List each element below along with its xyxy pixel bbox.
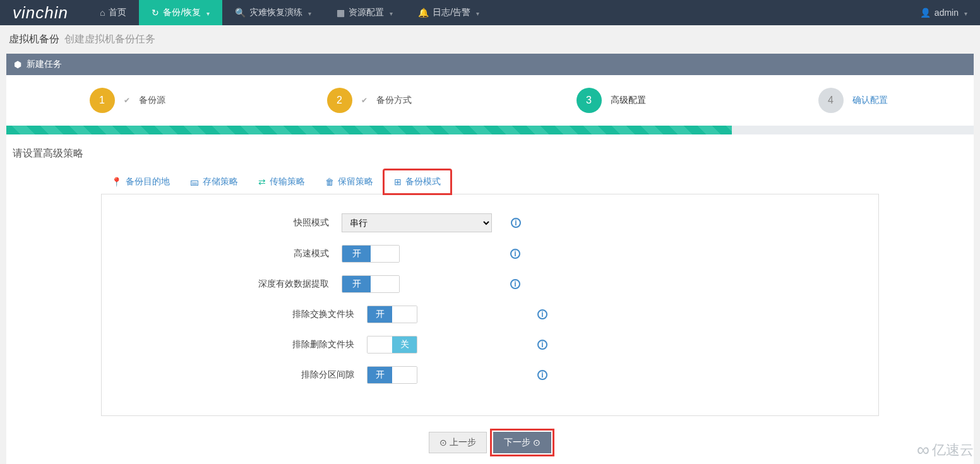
next-label: 下一步 [504, 437, 530, 448]
user-icon: 👤 [920, 8, 931, 18]
info-icon[interactable] [510, 279, 520, 289]
prev-button[interactable]: ⊙ 上一步 [429, 432, 487, 453]
partition-label: 排除分区间隙 [108, 369, 367, 381]
swap-label: 排除交换文件块 [108, 309, 367, 320]
tab-mode[interactable]: ⊞ 备份模式 [383, 169, 451, 194]
toggle-on-label [368, 336, 392, 353]
chevron-down-icon [205, 8, 210, 18]
tab-storage-label: 存储策略 [203, 176, 238, 187]
toggle-on-label: 开 [368, 367, 392, 383]
row-speed: 高速模式 开 [108, 245, 872, 263]
nav-backup-label: 备份/恢复 [163, 7, 201, 18]
row-partition: 排除分区间隙 开 [108, 366, 872, 384]
brand-logo: vinchin [0, 3, 87, 23]
nav-items: ⌂ 首页 ↻ 备份/恢复 🔍 灾难恢复演练 ▦ 资源配置 🔔 日志/告警 [87, 0, 492, 25]
nav-drill[interactable]: 🔍 灾难恢复演练 [222, 0, 324, 25]
nav-home[interactable]: ⌂ 首页 [87, 0, 139, 25]
transfer-icon: ⇄ [258, 177, 266, 187]
grid-icon: ⊞ [394, 177, 402, 187]
info-icon[interactable] [537, 340, 547, 350]
wizard-actions: ⊙ 上一步 下一步 ⊙ [6, 416, 974, 456]
info-icon[interactable] [537, 309, 547, 319]
step-1-num: 1 [90, 88, 115, 113]
tab-destination[interactable]: 📍 备份目的地 [101, 169, 180, 194]
tab-storage[interactable]: 🖴 存储策略 [180, 169, 248, 194]
arrow-right-icon: ⊙ [533, 437, 541, 448]
toggle-off-label [392, 367, 417, 383]
nav-resource-label: 资源配置 [349, 7, 384, 18]
toggle-off-label: 关 [392, 336, 417, 353]
step-1[interactable]: 1 ✔ 备份源 [6, 88, 248, 113]
row-deep: 深度有效数据提取 开 [108, 275, 872, 293]
watermark-text: 亿速云 [932, 441, 974, 460]
nav-drill-label: 灾难恢复演练 [249, 7, 302, 18]
arrow-left-icon: ⊙ [439, 437, 447, 448]
check-icon: ✔ [361, 96, 368, 105]
refresh-icon: ↻ [152, 8, 159, 18]
row-swap: 排除交换文件块 开 [108, 306, 872, 323]
nav-log[interactable]: 🔔 日志/告警 [405, 0, 492, 25]
toggle-on-label: 开 [342, 246, 371, 262]
step-4-num: 4 [818, 88, 844, 113]
info-icon[interactable] [510, 249, 520, 259]
cube-icon: ⬢ [14, 59, 21, 69]
tab-retain[interactable]: 🗑 保留策略 [315, 169, 383, 194]
chevron-down-icon [962, 8, 967, 18]
tabs-area: 📍 备份目的地 🖴 存储策略 ⇄ 传输策略 🗑 保留策略 ⊞ 备份模式 [6, 169, 974, 416]
chevron-down-icon [474, 8, 479, 18]
step-4[interactable]: 4 确认配置 [732, 88, 974, 113]
progress-rest [732, 126, 974, 134]
chevron-down-icon [388, 8, 393, 18]
tab-content: 快照模式 串行 高速模式 开 深度有效数据提取 [101, 194, 879, 416]
step-2[interactable]: 2 ✔ 备份方式 [248, 88, 490, 113]
nav-resource[interactable]: ▦ 资源配置 [324, 0, 405, 25]
snapshot-select[interactable]: 串行 [342, 213, 492, 232]
tab-mode-label: 备份模式 [405, 176, 441, 187]
toggle-off-label [371, 276, 399, 292]
tab-transfer[interactable]: ⇄ 传输策略 [248, 169, 315, 194]
info-icon[interactable] [537, 370, 547, 380]
toggle-on-label: 开 [368, 306, 392, 323]
nav-home-label: 首页 [109, 7, 126, 18]
partition-toggle[interactable]: 开 [367, 366, 417, 384]
row-deleted: 排除删除文件块 关 [108, 336, 872, 354]
top-navbar: vinchin ⌂ 首页 ↻ 备份/恢复 🔍 灾难恢复演练 ▦ 资源配置 🔔 日… [0, 0, 980, 25]
breadcrumb: 虚拟机备份 创建虚拟机备份任务 [0, 25, 980, 54]
toggle-off-label [392, 306, 417, 323]
step-4-label: 确认配置 [852, 95, 888, 106]
watermark: 亿速云 [917, 440, 974, 460]
pin-icon: 📍 [111, 177, 122, 187]
speed-toggle[interactable]: 开 [342, 245, 400, 263]
next-button[interactable]: 下一步 ⊙ [493, 432, 551, 453]
info-icon[interactable] [511, 218, 521, 228]
panel-title: 新建任务 [27, 59, 62, 70]
tab-destination-label: 备份目的地 [126, 176, 170, 187]
user-name: admin [935, 8, 959, 18]
chevron-down-icon [306, 8, 311, 18]
breadcrumb-sub: 创建虚拟机备份任务 [64, 33, 155, 44]
step-3-num: 3 [577, 88, 602, 113]
step-1-label: 备份源 [139, 95, 165, 106]
search-icon: 🔍 [235, 8, 246, 18]
policy-tabs: 📍 备份目的地 🖴 存储策略 ⇄ 传输策略 🗑 保留策略 ⊞ 备份模式 [101, 169, 879, 194]
deleted-toggle[interactable]: 关 [367, 336, 417, 354]
nav-backup[interactable]: ↻ 备份/恢复 [139, 0, 222, 25]
section-prompt: 请设置高级策略 [6, 147, 974, 169]
row-snapshot: 快照模式 串行 [108, 213, 872, 232]
wizard-steps: 1 ✔ 备份源 2 ✔ 备份方式 3 高级配置 4 确认配置 [6, 75, 974, 126]
user-menu[interactable]: 👤 admin [907, 8, 980, 18]
step-2-label: 备份方式 [376, 95, 412, 106]
panel-header: ⬢ 新建任务 [6, 54, 974, 75]
deleted-label: 排除删除文件块 [108, 339, 367, 350]
check-icon: ✔ [124, 96, 130, 105]
step-2-num: 2 [327, 88, 352, 113]
toggle-off-label [371, 246, 399, 262]
tab-transfer-label: 传输策略 [270, 176, 305, 187]
progress-fill [6, 126, 732, 134]
step-3[interactable]: 3 高级配置 [490, 88, 732, 113]
speed-label: 高速模式 [108, 248, 342, 259]
step-3-label: 高级配置 [611, 95, 646, 106]
swap-toggle[interactable]: 开 [367, 306, 417, 323]
deep-toggle[interactable]: 开 [342, 275, 400, 293]
grid-icon: ▦ [337, 8, 345, 18]
